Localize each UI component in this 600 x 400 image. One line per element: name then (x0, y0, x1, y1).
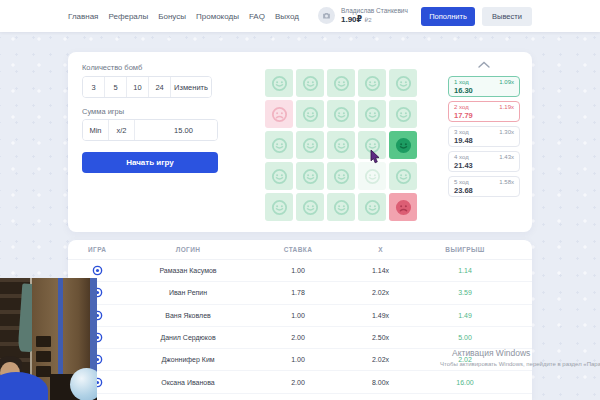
chevron-up-icon (478, 61, 490, 68)
webcam-video-overlay (0, 278, 97, 400)
nav-item-main[interactable]: Главная (68, 12, 98, 21)
bet-min-button[interactable]: Min (83, 120, 109, 140)
bombs-option-5[interactable]: 5 (105, 77, 127, 97)
row-bet: 1.78 (253, 289, 343, 296)
grid-cell[interactable] (265, 100, 293, 128)
move-label: 3 ход (454, 129, 469, 135)
start-game-button[interactable]: Начать игру (82, 152, 218, 173)
grid-cell[interactable] (327, 69, 355, 97)
move-win-amount: 21.43 (454, 161, 514, 170)
row-win: 16.00 (418, 379, 512, 386)
row-multiplier: 2.50x (343, 334, 418, 341)
user-balance: 1.90₽ ₽2 (341, 15, 408, 25)
bombs-option-24[interactable]: 24 (149, 77, 171, 97)
table-row: Рамазан Касумов 1.00 1.14x 1.14 (68, 260, 532, 282)
user-name: Владислав Станкевич (341, 7, 408, 15)
move-label: 5 ход (454, 179, 469, 185)
grid-cell[interactable] (265, 162, 293, 190)
grid-cell[interactable] (296, 193, 324, 221)
smiley-face-icon (394, 105, 413, 124)
bet-amount-input[interactable] (135, 120, 218, 140)
smiley-face-icon (332, 198, 351, 217)
smiley-face-icon (394, 74, 413, 93)
grid-cell[interactable] (389, 100, 417, 128)
grid-cell[interactable] (265, 69, 293, 97)
smiley-face-icon (332, 74, 351, 93)
grid-cell[interactable] (296, 100, 324, 128)
grid-cell[interactable] (358, 193, 386, 221)
smiley-face-icon (363, 198, 382, 217)
grid-cell[interactable] (389, 131, 417, 159)
mines-grid (265, 69, 417, 221)
grid-cell[interactable] (265, 131, 293, 159)
user-info: Владислав Станкевич 1.90₽ ₽2 (341, 7, 408, 25)
row-win: 1.49 (418, 312, 512, 319)
table-row: Джоннифер Ким 1.00 2.02x 2.02 (68, 349, 532, 371)
grid-cell[interactable] (389, 193, 417, 221)
avatar[interactable] (318, 7, 335, 24)
nav-item-promocodes[interactable]: Промокоды (196, 12, 239, 21)
bet-amount-control: Min x/2 x2 Max (82, 119, 218, 141)
bet-half-button[interactable]: x/2 (109, 120, 135, 140)
nav-item-logout[interactable]: Выход (275, 12, 299, 21)
nav-item-bonuses[interactable]: Бонусы (158, 12, 186, 21)
move-label: 2 ход (454, 104, 469, 110)
smiley-face-icon (270, 198, 289, 217)
game-icon (92, 265, 103, 276)
bombs-option-3[interactable]: 3 (83, 77, 105, 97)
column-header-bet: СТАВКА (253, 246, 343, 253)
move-win-amount: 23.68 (454, 186, 514, 195)
game-panel: Количество бомб 3 5 10 24 Изменить Сумма… (68, 52, 532, 232)
grid-cell[interactable] (327, 131, 355, 159)
nav-item-referrals[interactable]: Рефералы (108, 12, 148, 21)
row-bet: 1.00 (253, 356, 343, 363)
move-card: 4 ход1.43x 21.43 (448, 151, 520, 172)
grid-cell[interactable] (358, 69, 386, 97)
move-card: 1 ход1.09x 16.30 (448, 76, 520, 97)
column-header-game: ИГРА (88, 246, 123, 253)
smiley-face-icon (270, 74, 289, 93)
withdraw-button[interactable]: Вывести (482, 7, 532, 26)
row-login: Ваня Яковлев (123, 312, 253, 319)
smiley-face-icon (301, 198, 320, 217)
smiley-face-icon (270, 136, 289, 155)
moves-scroll-up[interactable] (475, 61, 493, 68)
grid-cell[interactable] (327, 100, 355, 128)
grid-cell[interactable] (389, 69, 417, 97)
grid-cell[interactable] (296, 131, 324, 159)
deposit-button[interactable]: Пополнить (421, 7, 475, 26)
smiley-face-icon (332, 136, 351, 155)
table-row: Данил Сердюков 2.00 2.50x 5.00 (68, 327, 532, 349)
history-table: ИГРА ЛОГИН СТАВКА X ВЫИГРЫШ Рамазан Касу… (68, 240, 532, 400)
move-multiplier: 1.43x (499, 154, 514, 160)
row-win: 3.59 (418, 289, 512, 296)
move-win-amount: 16.30 (454, 86, 514, 95)
table-row: Иван Репин 1.78 2.02x 3.59 (68, 282, 532, 304)
grid-cell[interactable] (296, 162, 324, 190)
smiley-face-icon (301, 74, 320, 93)
row-win: 2.02 (418, 356, 512, 363)
move-card: 2 ход1.19x 17.79 (448, 101, 520, 122)
grid-cell[interactable] (296, 69, 324, 97)
grid-cell[interactable] (327, 162, 355, 190)
row-login: Рамазан Касумов (123, 267, 253, 274)
row-multiplier: 1.14x (343, 267, 418, 274)
smiley-face-icon (363, 167, 382, 186)
nav-item-faq[interactable]: FAQ (249, 12, 265, 21)
bet-amount-label: Сумма игры (82, 107, 124, 116)
row-login: Иван Репин (123, 289, 253, 296)
row-bet: 2.00 (253, 379, 343, 386)
grid-cell[interactable] (327, 193, 355, 221)
table-header-row: ИГРА ЛОГИН СТАВКА X ВЫИГРЫШ (68, 240, 532, 260)
row-login: Данил Сердюков (123, 334, 253, 341)
column-header-multiplier: X (343, 246, 418, 253)
grid-cell[interactable] (389, 162, 417, 190)
bombs-option-10[interactable]: 10 (127, 77, 149, 97)
column-header-win: ВЫИГРЫШ (418, 246, 512, 253)
smiley-face-icon (301, 136, 320, 155)
grid-cell[interactable] (265, 193, 293, 221)
bombs-change-button[interactable]: Изменить (171, 77, 211, 97)
row-bet: 2.00 (253, 334, 343, 341)
grid-cell[interactable] (358, 100, 386, 128)
mouse-cursor (370, 150, 382, 168)
